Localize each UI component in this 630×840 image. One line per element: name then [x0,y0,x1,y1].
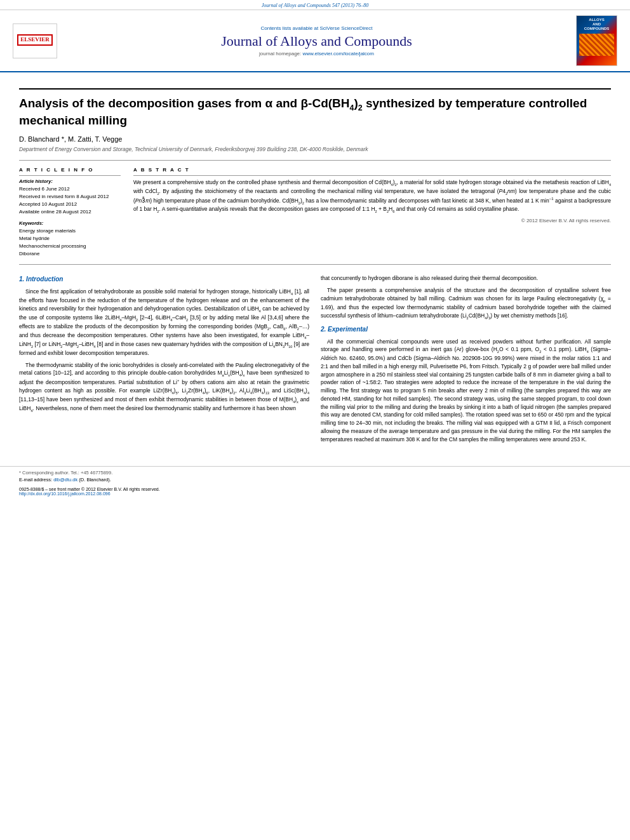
sciverse-link-text[interactable]: SciVerse ScienceDirect [319,25,372,31]
authors-line: D. Blanchard *, M. Zatti, T. Vegge [19,135,611,143]
article-title: Analysis of the decomposition gases from… [19,96,611,129]
authors-text: D. Blanchard *, M. Zatti, T. Vegge [19,135,122,143]
affiliation-text: Department of Energy Conversion and Stor… [19,146,368,152]
info-divider [19,175,121,176]
keyword-1: Energy storage materials [19,227,121,235]
article-history-label: Article history: [19,178,121,184]
email-address[interactable]: dlb@dtu.dk [53,477,77,483]
body-col-right: that concurrently to hydrogen diborane i… [321,274,611,447]
article-info-column: A R T I C L E I N F O Article history: R… [19,167,121,258]
revised-date: Received in revised form 8 August 2012 [19,193,121,200]
journal-cover-image: ALLOYSANDCOMPOUNDS [576,15,617,66]
right-para-2: The paper presents a comprehensive analy… [321,286,611,320]
abstract-heading: A B S T R A C T [133,167,611,173]
accepted-date: Accepted 10 August 2012 [19,201,121,208]
journal-title-block: Contents lists available at SciVerse Sci… [57,25,576,57]
keywords-section: Keywords: Energy storage materials Metal… [19,220,121,258]
keywords-label: Keywords: [19,220,121,226]
copyright-line: © 2012 Elsevier B.V. All rights reserved… [133,218,611,223]
experimental-para: All the commercial chemical compounds we… [321,338,611,444]
sciverse-link: Contents lists available at SciVerse Sci… [57,25,576,31]
abstract-column: A B S T R A C T We present a comprehensi… [133,167,611,258]
available-date: Available online 28 August 2012 [19,208,121,215]
doi-url[interactable]: http://dx.doi.org/10.1016/j.jallcom.2012… [19,491,111,496]
keywords-list: Energy storage materials Metal hydride M… [19,227,121,258]
section-divider-1 [19,160,611,161]
received-date: Received 6 June 2012 [19,185,121,192]
info-abstract-columns: A R T I C L E I N F O Article history: R… [19,167,611,258]
intro-para-1: Since the first application of tetrahydr… [19,288,309,357]
doi-line: http://dx.doi.org/10.1016/j.jallcom.2012… [19,491,611,496]
experimental-section-title: 2. Experimental [321,324,611,334]
journal-top-bar: Journal of Alloys and Compounds 547 (201… [0,0,630,10]
journal-header: ELSEVIER Contents lists available at Sci… [0,10,630,72]
body-start-divider [19,264,611,265]
footer: * Corresponding author. Tel.: +45 467758… [0,466,630,499]
homepage-url[interactable]: www.elsevier.com/locate/jalcom [303,51,374,57]
issn-line: 0925-8388/$ – see front matter © 2012 El… [19,487,611,491]
affiliation: Department of Energy Conversion and Stor… [19,146,611,152]
body-columns: 1. Introduction Since the first applicat… [19,274,611,447]
cover-text: ALLOYSANDCOMPOUNDS [579,18,614,56]
corresponding-author-note: * Corresponding author. Tel.: +45 467758… [19,470,611,476]
body-col-left: 1. Introduction Since the first applicat… [19,274,309,447]
journal-citation: Journal of Alloys and Compounds 547 (201… [262,3,369,8]
main-content: Analysis of the decomposition gases from… [0,72,630,460]
intro-section-title: 1. Introduction [19,274,309,284]
journal-homepage: journal homepage: www.elsevier.com/locat… [57,51,576,57]
page-container: Journal of Alloys and Compounds 547 (201… [0,0,630,840]
abstract-divider [133,175,611,176]
homepage-label: journal homepage: [259,51,303,57]
journal-main-title: Journal of Alloys and Compounds [57,33,576,50]
elsevier-logo: ELSEVIER [13,23,57,58]
article-info-heading: A R T I C L E I N F O [19,167,121,173]
header-left: ELSEVIER [13,23,57,58]
right-para-1: that concurrently to hydrogen diborane i… [321,274,611,283]
keyword-2: Metal hydride [19,235,121,243]
abstract-text: We present a comprehensive study on the … [133,178,611,215]
email-label: E-mail address: [19,477,52,483]
corresponding-author-text: * Corresponding author. Tel.: +45 467758… [19,470,112,476]
footer-doi-section: 0925-8388/$ – see front matter © 2012 El… [19,487,611,496]
email-footnote: E-mail address: dlb@dtu.dk (D. Blanchard… [19,477,611,484]
keyword-4: Diborane [19,250,121,258]
sciverse-prefix: Contents lists available at [260,25,319,31]
keyword-3: Mechanochemical processing [19,243,121,250]
intro-para-2: The thermodynamic stability of the ionic… [19,361,309,413]
header-divider [19,88,611,90]
email-suffix: (D. Blanchard). [79,477,111,483]
